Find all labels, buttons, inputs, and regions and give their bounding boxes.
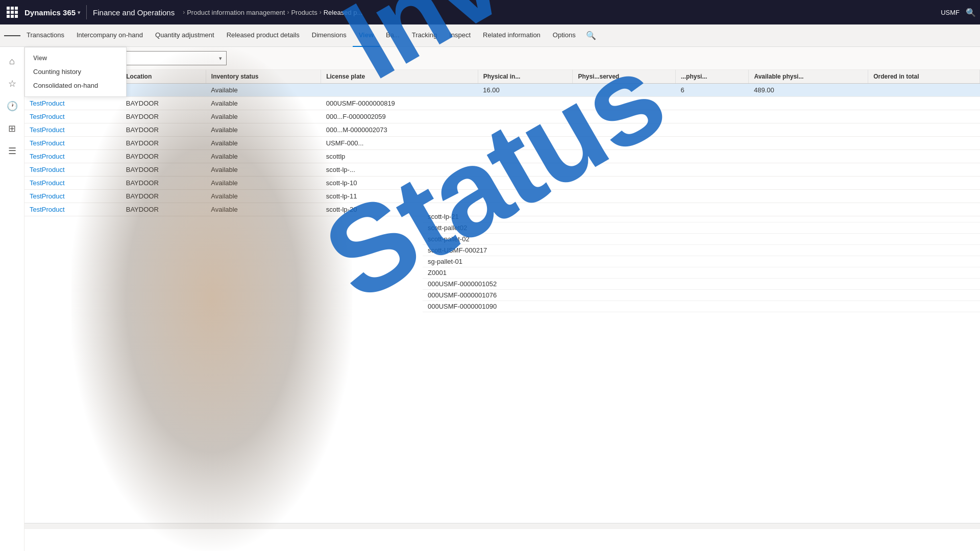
sidebar-workspaces-icon[interactable]: ⊞ bbox=[2, 118, 22, 139]
dropdown-section-view: View bbox=[25, 52, 126, 65]
table-row[interactable]: TestProductBAYDOORAvailablescott-lp-... bbox=[24, 163, 980, 177]
global-search-icon[interactable]: 🔍 bbox=[966, 8, 976, 17]
table-row[interactable]: TestProductBAYDOORAvailable000...F-00000… bbox=[24, 110, 980, 123]
hamburger-menu-button[interactable] bbox=[4, 28, 20, 44]
nav-ba[interactable]: Ba... bbox=[380, 24, 406, 47]
list-item: scott-pallet-02 bbox=[423, 234, 980, 245]
sidebar-recent-icon[interactable]: 🕐 bbox=[2, 96, 22, 116]
sidebar-favorites-icon[interactable]: ☆ bbox=[2, 73, 22, 94]
list-item: scott-pallet02 bbox=[423, 222, 980, 234]
col-phys-reserved[interactable]: Physi...served bbox=[573, 70, 676, 84]
breadcrumb-product-info[interactable]: Product information management bbox=[187, 9, 285, 16]
list-item: scott-USMF-000217 bbox=[423, 245, 980, 256]
col-location[interactable]: Location bbox=[121, 70, 206, 84]
nav-intercompany-onhand[interactable]: Intercompany on-hand bbox=[70, 24, 149, 47]
nav-view[interactable]: View bbox=[353, 24, 380, 47]
sidebar-home-icon[interactable]: ⌂ bbox=[2, 51, 22, 71]
list-item: scott-lp-21 bbox=[423, 211, 980, 222]
top-navigation-bar: Dynamics 365 ▾ Finance and Operations › … bbox=[0, 0, 980, 24]
left-sidebar: ⌂ ☆ 🕐 ⊞ ☰ bbox=[0, 47, 24, 551]
app-name[interactable]: Dynamics 365 ▾ bbox=[24, 8, 80, 17]
secondary-navigation-bar: Transactions Intercompany on-hand Quanti… bbox=[0, 24, 980, 47]
breadcrumb-products[interactable]: Products bbox=[291, 9, 317, 16]
list-item: 000USMF-0000001076 bbox=[423, 290, 980, 301]
col-physi[interactable]: ...physi... bbox=[676, 70, 749, 84]
filter-bar: ▼ On-hand | 🔍 ▾ bbox=[24, 47, 980, 70]
nav-tracking[interactable]: Tracking bbox=[406, 24, 443, 47]
col-physical-in[interactable]: Physical in... bbox=[478, 70, 573, 84]
filter-chevron-icon[interactable]: ▾ bbox=[219, 55, 222, 62]
sidebar-modules-icon[interactable]: ☰ bbox=[2, 141, 22, 161]
fo-title: Finance and Operations bbox=[93, 8, 175, 17]
nav-quantity-adjustment[interactable]: Quantity adjustment bbox=[149, 24, 220, 47]
onhand-table: Search name Location Inventory status Li… bbox=[24, 70, 980, 216]
chevron-down-icon: ▾ bbox=[78, 10, 80, 15]
divider bbox=[86, 5, 87, 19]
table-row[interactable]: TestProductAvailable16.006489.00 bbox=[24, 84, 980, 97]
table-row[interactable]: TestProductBAYDOORAvailable000...M-00000… bbox=[24, 123, 980, 137]
table-row[interactable]: TestProductBAYDOORAvailablescott-lp-10 bbox=[24, 177, 980, 190]
top-right-area: USMF 🔍 bbox=[941, 8, 976, 17]
list-item: 000USMF-0000001090 bbox=[423, 301, 980, 312]
horizontal-scrollbar[interactable] bbox=[24, 523, 980, 529]
nav-transactions[interactable]: Transactions bbox=[20, 24, 70, 47]
col-available-phys[interactable]: Available physi... bbox=[749, 70, 868, 84]
breadcrumb-released[interactable]: Released p... bbox=[324, 9, 363, 16]
nav-options[interactable]: Options bbox=[547, 24, 582, 47]
nav-dimensions[interactable]: Dimensions bbox=[306, 24, 353, 47]
onhand-table-wrap[interactable]: Search name Location Inventory status Li… bbox=[24, 70, 980, 523]
table-row[interactable]: TestProductBAYDOORAvailablescott-lp-11 bbox=[24, 190, 980, 203]
table-row[interactable]: TestProductBAYDOORAvailablescottlp bbox=[24, 150, 980, 163]
dropdown-consolidated-onhand[interactable]: Consolidated on-hand bbox=[25, 79, 126, 92]
col-ordered-total[interactable]: Ordered in total bbox=[868, 70, 980, 84]
table-row[interactable]: TestProductBAYDOORAvailableUSMF-000... bbox=[24, 137, 980, 150]
list-item: sg-pallet-01 bbox=[423, 256, 980, 267]
main-content-area: ▼ On-hand | 🔍 ▾ Search name Location Inv… bbox=[24, 47, 980, 551]
lp-list: scott-lp-21scott-pallet02scott-pallet-02… bbox=[423, 211, 980, 312]
list-item: Z0001 bbox=[423, 267, 980, 279]
waffle-menu-button[interactable] bbox=[4, 4, 20, 20]
breadcrumb: › Product information management › Produ… bbox=[183, 9, 362, 16]
view-dropdown-panel: View Counting history Consolidated on-ha… bbox=[24, 47, 127, 97]
nav-inspect[interactable]: Inspect bbox=[443, 24, 477, 47]
dropdown-counting-history[interactable]: Counting history bbox=[25, 65, 126, 79]
nav-released-product-details[interactable]: Released product details bbox=[220, 24, 306, 47]
nav-related-information[interactable]: Related information bbox=[477, 24, 547, 47]
list-item: 000USMF-0000001052 bbox=[423, 279, 980, 290]
table-row[interactable]: TestProductBAYDOORAvailable000USMF-00000… bbox=[24, 97, 980, 110]
company-label: USMF bbox=[941, 9, 960, 16]
secondary-search-icon[interactable]: 🔍 bbox=[586, 31, 596, 40]
col-inventory-status[interactable]: Inventory status bbox=[206, 70, 321, 84]
col-license-plate[interactable]: License plate bbox=[321, 70, 478, 84]
